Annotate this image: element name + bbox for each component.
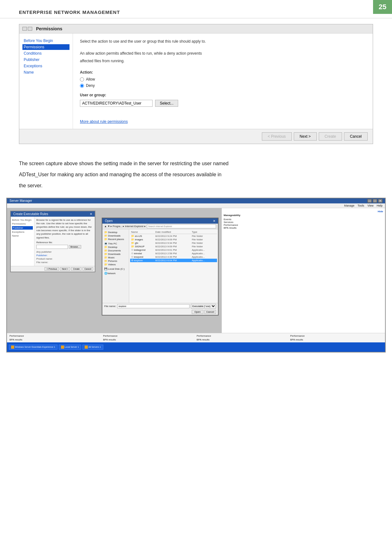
files-header: Name Date modified Type <box>130 230 217 234</box>
previous-button[interactable]: < Previous <box>262 132 292 141</box>
all-icon <box>85 346 88 349</box>
slider-any: Any publisher <box>36 250 93 253</box>
user-input[interactable] <box>80 100 153 107</box>
sm-minimize[interactable]: — <box>367 199 372 203</box>
open-sb-videos[interactable]: 📁Videos <box>103 263 128 266</box>
open-sb-music[interactable]: 📁Music <box>103 256 128 259</box>
cs-before[interactable]: Before You Begin <box>12 219 33 221</box>
deny-radio-row: Deny <box>80 83 366 88</box>
sidebar-item-before[interactable]: Before You Begin <box>22 38 69 44</box>
cs-name[interactable]: Name <box>12 234 33 237</box>
browse-button[interactable]: Browse... <box>69 245 81 249</box>
ref-file-input[interactable] <box>36 245 68 249</box>
grid-bpa4: BPA results <box>290 338 383 341</box>
titlebar-icons <box>22 27 32 31</box>
file-row-iesqvest[interactable]: ⚙iesqvest 8/22/2013 4:39 PM Applicatio..… <box>130 255 217 259</box>
create-prev-btn[interactable]: < Previous <box>45 267 59 271</box>
grid-perf4: Performance <box>290 334 383 337</box>
sm-maximize[interactable]: □ <box>373 199 377 203</box>
cancel-button[interactable]: Cancel <box>344 132 368 141</box>
open-search[interactable] <box>147 224 216 228</box>
open-sb-desktop2[interactable]: 📁Desktop <box>103 245 128 249</box>
body-line1: The screen capture above shows the setti… <box>19 158 373 169</box>
grid-bpa1: BPA results <box>9 338 102 341</box>
open-close[interactable]: ✕ <box>213 219 215 223</box>
file-row-iexplore[interactable]: ⚙iexplore 8/22/2013 6:04 PM Applicatio..… <box>130 259 217 262</box>
file-row-gfx[interactable]: 📁gfx 8/22/2013 9:34 PM File folder <box>130 241 217 245</box>
open-sb-downloads[interactable]: 📁Downloads <box>103 234 128 238</box>
open-sb-downloads2[interactable]: 📁Downloads <box>103 252 128 256</box>
grid-perf2: Performance <box>103 334 195 337</box>
description-line3: affected files from running. <box>80 58 366 64</box>
file-row-en-us[interactable]: 📁en-US 8/22/2013 9:24 PM File folder <box>130 234 217 238</box>
sidebar-item-exceptions[interactable]: Exceptions <box>22 63 69 69</box>
dialog-footer: < Previous Next > Create Cancel <box>19 129 373 144</box>
cs-permissions[interactable]: Permissions <box>12 222 33 225</box>
menu-manage[interactable]: Manage <box>344 204 355 207</box>
taskbar-btn-wse[interactable]: Windows Server Essentials Experience 1 <box>9 345 57 350</box>
menu-help[interactable]: Help <box>377 204 383 207</box>
create-close[interactable]: ✕ <box>90 212 92 216</box>
manageability-title: Manageability <box>224 214 383 217</box>
file-row-signup[interactable]: 📁SIGNUP 8/22/2013 9:09 PM File folder <box>130 245 217 248</box>
user-group-row: Select... <box>80 100 366 107</box>
slider-publisher: Publisher: <box>36 254 93 257</box>
deny-radio[interactable] <box>80 84 84 88</box>
open-sb-desktop[interactable]: 📁Desktop <box>103 231 128 234</box>
create-cancel-btn[interactable]: Cancel <box>82 267 93 271</box>
create-next-btn[interactable]: Next > <box>60 267 70 271</box>
open-sb-thispc[interactable]: 💻This PC <box>103 242 128 245</box>
allow-radio-row: Allow <box>80 77 366 81</box>
cs-exceptions[interactable]: Exceptions <box>12 231 33 233</box>
dialog-title: Permissions <box>36 26 62 31</box>
minimize-icon[interactable] <box>22 27 27 31</box>
select-button[interactable]: Select... <box>155 100 178 107</box>
file-row-images[interactable]: 📁images 8/22/2013 9:09 PM File folder <box>130 238 217 241</box>
maximize-icon[interactable] <box>28 27 32 31</box>
open-cancel-btn[interactable]: Cancel <box>204 310 216 314</box>
allow-radio[interactable] <box>80 77 84 81</box>
next-button[interactable]: Next > <box>294 132 317 141</box>
open-sb-localdisk[interactable]: 💾Local Disk (C:) <box>103 267 128 271</box>
create-create-btn[interactable]: Create <box>71 267 81 271</box>
dialog-titlebar: Permissions <box>19 24 373 33</box>
sm-performance: Performance <box>224 224 383 226</box>
open-sb-recent[interactable]: 📁Recent places <box>103 238 128 241</box>
slider-product: Product name: <box>36 257 93 260</box>
page-number: 25 <box>373 0 392 14</box>
filename-input[interactable] <box>117 304 190 308</box>
sidebar-item-name[interactable]: Name <box>22 69 69 75</box>
open-sb-documents[interactable]: 📁Documents <box>103 249 128 252</box>
taskbar-btn-local[interactable]: Local Server 1 <box>59 345 81 350</box>
sm-bpa: BPA results <box>224 226 383 229</box>
col-type: Type <box>192 231 216 233</box>
file-row-ieinstal[interactable]: ⚙ieinstal 8/22/2013 2:58 PM Applicatio..… <box>130 252 217 255</box>
open-button[interactable]: Open <box>192 310 204 314</box>
page-heading: ENTERPRISE NETWORK MANAGEMENT <box>0 0 392 18</box>
col-date: Date modified <box>155 231 192 233</box>
body-text: The screen capture above shows the setti… <box>0 150 392 198</box>
sidebar-item-publisher[interactable]: Publisher <box>22 57 69 63</box>
server-manager-title: Server Manager <box>9 199 32 202</box>
menu-view[interactable]: View <box>367 204 373 207</box>
filetype-select[interactable]: Executable (*.exe) <box>191 304 216 309</box>
grid-bpa2: BPA results <box>103 338 195 341</box>
dialog-sidebar: Before You Begin Permissions Conditions … <box>19 33 73 129</box>
cs-publisher[interactable]: Publisher <box>12 226 33 230</box>
sidebar-item-conditions[interactable]: Conditions <box>22 51 69 56</box>
menu-tools[interactable]: Tools <box>358 204 364 207</box>
hide-btn[interactable]: Hide <box>224 210 383 213</box>
more-link[interactable]: More about rule permissions <box>80 119 366 124</box>
create-button[interactable]: Create <box>319 132 342 141</box>
description-line1: Select the action to use and the user or… <box>80 39 366 44</box>
taskbar-btn-all[interactable]: All Servers 1 <box>82 345 103 350</box>
open-sb-pictures[interactable]: 📁Pictures <box>103 259 128 263</box>
create-desc: Browse for a signed file to use as a ref… <box>36 218 93 239</box>
sm-close[interactable]: ✕ <box>378 199 383 203</box>
grid-perf1: Performance <box>9 334 102 337</box>
sidebar-item-permissions[interactable]: Permissions <box>22 44 69 50</box>
screenshot2: Server Manager — □ ✕ Manage Tools View H… <box>6 198 386 352</box>
create-dialog-title: Create Executable Rules <box>13 212 48 216</box>
file-row-iediagcmd[interactable]: ⚙iediagcmd 8/22/2013 6:01 PM Applicatio.… <box>130 248 217 252</box>
open-sb-network[interactable]: 🌐Network <box>103 272 128 275</box>
